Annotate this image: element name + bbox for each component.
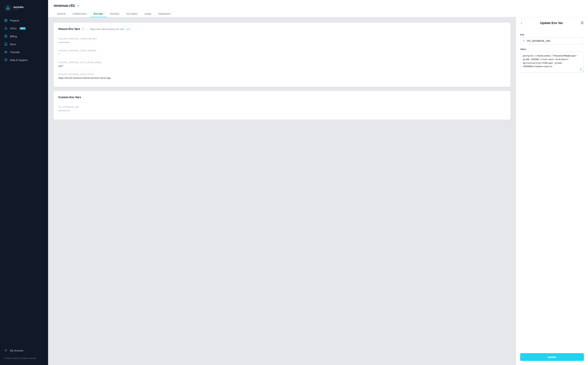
svg-point-18 — [6, 350, 6, 351]
tab-git-deploy[interactable]: Git Deploy — [123, 11, 141, 17]
main-content: revenue-r01 ✔︎ General Collaborators Env… — [48, 0, 588, 365]
env-var-auth-hook-value: https://vercel-revenue-extend-services.v… — [58, 77, 506, 79]
key-label: Key — [520, 33, 584, 36]
custom-env-vars-title: Custom Env Vars — [58, 96, 81, 99]
panel-body: Key PG_DATABASE_URL Value ↻ — [516, 29, 588, 349]
sidebar-item-help-support-label: Help & Support — [10, 59, 28, 62]
graduation-icon — [4, 50, 7, 54]
custom-env-vars-title-row: Custom Env Vars — [58, 96, 506, 99]
sidebar-item-vpcs[interactable]: VPCs Beta — [0, 24, 48, 32]
sidebar-footer: © Hasura 2022 | All rights reserved — [0, 354, 48, 362]
tab-env-vars[interactable]: Env vars — [90, 11, 106, 17]
env-var-admin-secret-name: HASURA_GRAPHQL_ADMIN_SECRET — [58, 38, 506, 40]
sidebar-item-tutorials[interactable]: Tutorials — [0, 48, 48, 56]
hasura-env-vars-card: Hasura Env Vars i | Read more about Hasu… — [54, 23, 510, 87]
panel-title: Update Env Var — [525, 21, 578, 25]
env-var-cors-domain-name: HASURA_GRAPHQL_CORS_DOMAIN — [58, 49, 506, 52]
sidebar-item-my-account[interactable]: My Account — [0, 346, 48, 354]
sidebar-item-help-support[interactable]: Help & Support — [0, 56, 48, 64]
svg-text:CLOUD: CLOUD — [13, 9, 18, 10]
network-icon — [4, 27, 7, 30]
tab-collaborators[interactable]: Collaborators — [69, 11, 90, 17]
update-button[interactable]: Update — [520, 353, 584, 361]
env-var-admin-secret-value: •••••••••• — [58, 41, 506, 44]
sidebar-nav: Projects VPCs Beta Billing Docs Tutori — [0, 15, 48, 344]
sidebar-item-docs-label: Docs — [10, 43, 16, 46]
content-area: Hasura Env Vars i | Read more about Hasu… — [48, 17, 588, 365]
svg-text:HASURA: HASURA — [13, 6, 24, 9]
env-var-auth-hook: HASURA_GRAPHQL_AUTH_HOOK https://vercel-… — [58, 70, 506, 82]
env-var-auth-hook-mode-name: HASURA_GRAPHQL_AUTH_HOOK_MODE — [58, 61, 506, 64]
panel-footer: Update — [516, 349, 588, 365]
grid-icon — [4, 19, 7, 22]
delete-button[interactable] — [581, 21, 584, 25]
value-label: Value — [520, 48, 584, 50]
sidebar-item-tutorials-label: Tutorials — [10, 51, 20, 54]
tab-usage[interactable]: Usage — [141, 11, 155, 17]
sidebar-item-docs[interactable]: Docs — [0, 40, 48, 48]
svg-rect-4 — [6, 19, 7, 20]
vpcs-beta-badge: Beta — [20, 27, 26, 30]
read-more-link[interactable]: here — [126, 28, 130, 30]
panel-header: › Update Env Var — [516, 17, 588, 29]
project-title-row: revenue-r01 ✔︎ — [54, 3, 582, 11]
svg-point-8 — [5, 29, 5, 29]
sidebar-item-billing[interactable]: Billing — [0, 32, 48, 40]
env-var-pg-database-url: PG_DATABASE_URL •••••••••• — [58, 103, 506, 115]
env-var-cors-domain-value: * — [58, 53, 506, 56]
project-tabs: General Collaborators Env vars Domains G… — [54, 11, 582, 17]
main-col: Hasura Env Vars i | Read more about Hasu… — [54, 23, 510, 359]
svg-point-7 — [6, 27, 6, 28]
gear-icon — [4, 349, 7, 352]
env-var-admin-secret: HASURA_GRAPHQL_ADMIN_SECRET •••••••••• — [58, 35, 506, 47]
project-area: revenue-r01 ✔︎ General Collaborators Env… — [48, 0, 588, 17]
read-more-text: Read more about Hasura env vars — [90, 28, 124, 30]
sidebar-item-vpcs-label: VPCs — [10, 27, 16, 30]
hasura-env-vars-info-icon[interactable]: i — [82, 28, 85, 30]
help-icon — [4, 58, 7, 62]
svg-rect-5 — [5, 21, 6, 22]
key-input-display: PG_DATABASE_URL — [520, 37, 584, 44]
hasura-wordmark: HASURA CLOUD — [13, 5, 29, 10]
sidebar-item-billing-label: Billing — [10, 35, 17, 38]
hasura-env-vars-title: Hasura Env Vars — [58, 28, 80, 31]
hasura-env-vars-title-row: Hasura Env Vars i | Read more about Hasu… — [58, 28, 506, 31]
env-var-cors-domain: HASURA_GRAPHQL_CORS_DOMAIN * — [58, 47, 506, 58]
svg-line-11 — [6, 28, 7, 29]
tab-domains[interactable]: Domains — [106, 11, 123, 17]
svg-rect-6 — [6, 21, 7, 22]
custom-env-vars-card: Custom Env Vars PG_DATABASE_URL ••••••••… — [54, 91, 510, 120]
panel-back-button[interactable]: › — [520, 21, 523, 26]
logo: HASURA CLOUD — [0, 0, 48, 15]
sidebar-item-projects[interactable]: Projects — [0, 16, 48, 24]
file-icon — [4, 35, 7, 38]
env-var-pg-database-url-name: PG_DATABASE_URL — [58, 106, 506, 108]
tab-general[interactable]: General — [54, 11, 69, 17]
env-var-pg-database-url-value: •••••••••• — [58, 109, 506, 112]
svg-line-10 — [5, 28, 6, 29]
sidebar-bottom: My Account © Hasura 2022 | All rights re… — [0, 344, 48, 365]
key-value: PG_DATABASE_URL — [527, 40, 551, 42]
book-icon — [4, 42, 7, 46]
verified-icon: ✔︎ — [77, 4, 80, 8]
env-var-auth-hook-name: HASURA_GRAPHQL_AUTH_HOOK — [58, 73, 506, 76]
sidebar: HASURA CLOUD Projects VPCs Beta Billing — [0, 0, 48, 365]
right-panel: › Update Env Var Key PG_DATABASE_URL Val… — [516, 17, 588, 365]
key-icon — [523, 39, 525, 42]
env-var-auth-hook-mode-value: GET — [58, 65, 506, 67]
project-name: revenue-r01 — [54, 3, 75, 8]
svg-point-9 — [7, 29, 7, 29]
refresh-icon[interactable]: ↻ — [580, 68, 582, 71]
my-account-label: My Account — [10, 349, 23, 352]
tab-integrations[interactable]: Integrations — [155, 11, 174, 17]
page-content: Hasura Env Vars i | Read more about Hasu… — [48, 17, 516, 365]
sidebar-item-projects-label: Projects — [10, 19, 19, 22]
textarea-wrapper: ↻ — [520, 52, 584, 73]
separator: | — [87, 28, 88, 31]
svg-rect-3 — [5, 19, 6, 20]
value-textarea[interactable] — [520, 52, 584, 72]
svg-point-0 — [4, 4, 12, 12]
env-var-auth-hook-mode: HASURA_GRAPHQL_AUTH_HOOK_MODE GET — [58, 58, 506, 70]
hasura-logo — [4, 4, 12, 12]
